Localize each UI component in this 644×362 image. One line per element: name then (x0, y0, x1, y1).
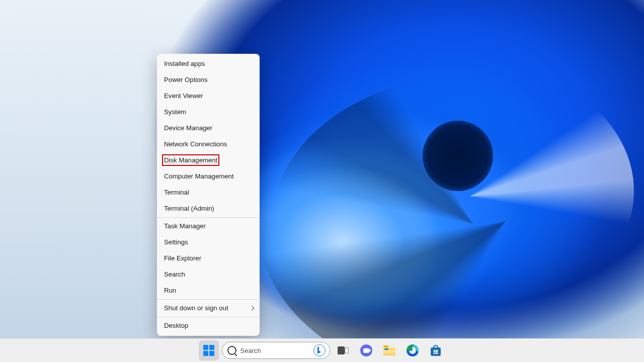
winx-item-disk-management[interactable]: Disk Management (157, 152, 260, 168)
winx-item-label: System (164, 108, 186, 116)
chat-icon (360, 344, 372, 356)
task-view-button[interactable] (333, 340, 353, 360)
desktop-wallpaper[interactable] (0, 0, 644, 362)
winx-item-terminal[interactable]: Terminal (157, 185, 260, 201)
winx-item-file-explorer[interactable]: File Explorer (157, 250, 260, 266)
taskbar-search[interactable]: Search (222, 342, 330, 359)
winx-item-label: Task Manager (164, 222, 206, 230)
winx-item-label: Settings (164, 238, 188, 246)
winx-item-desktop[interactable]: Desktop (157, 318, 260, 334)
winx-item-computer-management[interactable]: Computer Management (157, 168, 260, 185)
winx-item-label: Computer Management (164, 172, 234, 180)
file-explorer-button[interactable] (379, 340, 399, 360)
winx-item-label: Device Manager (164, 124, 212, 132)
winx-item-network-connections[interactable]: Network Connections (157, 136, 260, 152)
winx-item-power-options[interactable]: Power Options (157, 72, 260, 88)
taskbar: Search (0, 338, 644, 362)
file-explorer-icon (383, 345, 395, 355)
winx-item-label: Installed apps (164, 60, 205, 67)
winx-item-label: Desktop (164, 322, 188, 329)
edge-button[interactable] (403, 340, 423, 360)
bing-icon (313, 344, 326, 356)
microsoft-store-icon (430, 345, 441, 356)
microsoft-store-button[interactable] (426, 340, 446, 360)
start-button[interactable] (199, 340, 219, 360)
winx-item-label: Power Options (164, 76, 208, 83)
winx-item-shut-down-sign-out[interactable]: Shut down or sign out (157, 300, 260, 316)
winx-item-installed-apps[interactable]: Installed apps (157, 56, 260, 72)
winx-item-device-manager[interactable]: Device Manager (157, 120, 260, 136)
winx-item-label: Event Viewer (164, 92, 203, 100)
winx-item-label: Disk Management (164, 156, 217, 164)
windows-logo-icon (203, 345, 214, 356)
search-placeholder: Search (240, 347, 309, 354)
winx-item-system[interactable]: System (157, 104, 260, 120)
task-view-icon (338, 346, 349, 354)
winx-item-run[interactable]: Run (157, 283, 260, 299)
chevron-right-icon (250, 306, 255, 311)
winx-item-label: Search (164, 270, 185, 278)
winx-item-event-viewer[interactable]: Event Viewer (157, 88, 260, 104)
menu-separator (157, 217, 260, 218)
chat-button[interactable] (356, 340, 376, 360)
winx-item-search[interactable]: Search (157, 266, 260, 283)
menu-separator (157, 299, 260, 300)
search-icon (227, 346, 236, 355)
edge-icon (407, 344, 419, 356)
winx-item-label: Run (164, 287, 176, 294)
winx-item-label: Terminal (Admin) (164, 205, 214, 212)
winx-context-menu: Installed appsPower OptionsEvent ViewerS… (157, 54, 260, 336)
winx-item-label: File Explorer (164, 254, 201, 262)
winx-item-label: Terminal (164, 189, 189, 196)
winx-item-label: Network Connections (164, 140, 227, 148)
winx-item-terminal-admin[interactable]: Terminal (Admin) (157, 201, 260, 217)
winx-item-settings[interactable]: Settings (157, 234, 260, 250)
menu-separator (157, 317, 260, 317)
winx-item-task-manager[interactable]: Task Manager (157, 218, 260, 234)
winx-item-label: Shut down or sign out (164, 304, 228, 312)
